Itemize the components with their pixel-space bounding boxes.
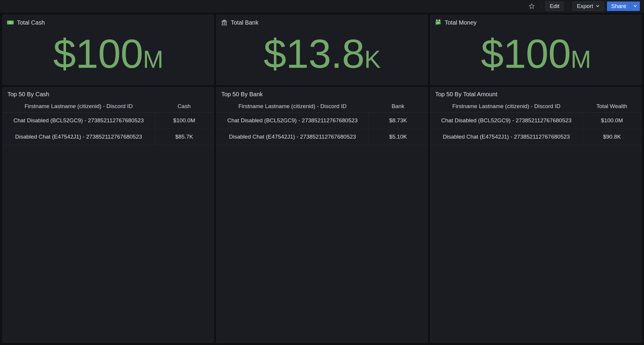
table-row[interactable]: Disabled Chat (E47542J1) - 2738521127676… [217,129,427,145]
amount-cell: $90.8K [582,129,641,145]
stat-value: $100M [53,33,163,74]
stat-value: $13.8K [264,33,381,74]
column-header-player[interactable]: Firstname Lastname (citizenid) - Discord… [217,103,369,110]
column-header-bank[interactable]: Bank [369,103,427,110]
stat-panel-total-bank: Total Bank $13.8K [216,15,428,85]
edit-button[interactable]: Edit [545,1,564,11]
table-header-row: Firstname Lastname (citizenid) - Discord… [430,100,641,113]
stat-panel-total-money: $ Total Money $100M [430,15,642,85]
player-cell: Disabled Chat (E47542J1) - 2738521127676… [3,129,155,145]
share-dropdown-button[interactable] [630,1,640,11]
export-button-label: Export [577,3,593,9]
amount-cell: $8.73K [369,113,427,129]
table-body: Chat Disabled (BCL52GC9) - 2738521127676… [3,113,214,145]
stat-value-suffix: K [364,46,380,73]
amount-cell: $5.10K [369,129,427,145]
table-row[interactable]: Chat Disabled (BCL52GC9) - 2738521127676… [430,113,641,129]
star-icon[interactable] [527,1,537,11]
table-body: Chat Disabled (BCL52GC9) - 2738521127676… [217,113,427,145]
table-panel-top50-bank: Top 50 By Bank Firstname Lastname (citiz… [216,87,428,343]
share-button-group: Share [607,1,640,11]
column-header-cash[interactable]: Cash [155,103,214,110]
table-header-row: Firstname Lastname (citizenid) - Discord… [217,100,427,113]
amount-cell: $85.7K [155,129,214,145]
column-header-total-wealth[interactable]: Total Wealth [582,103,641,110]
chevron-down-icon [633,4,637,8]
chevron-down-icon [596,4,600,8]
table-row[interactable]: Disabled Chat (E47542J1) - 2738521127676… [430,129,641,145]
player-cell: Disabled Chat (E47542J1) - 2738521127676… [217,129,369,145]
player-cell: Chat Disabled (BCL52GC9) - 2738521127676… [430,113,582,129]
stat-value-area: $100M [430,23,641,84]
table-row[interactable]: Disabled Chat (E47542J1) - 2738521127676… [3,129,214,145]
table-body: Chat Disabled (BCL52GC9) - 2738521127676… [430,113,641,145]
export-button[interactable]: Export [572,1,604,11]
dashboard-grid: $ Total Cash $100M Total Bank $13.8K $ T… [0,12,644,345]
panel-title: Top 50 By Total Amount [430,87,641,100]
stat-value-area: $13.8K [217,23,427,84]
toolbar-divider [568,3,568,10]
table-row[interactable]: Chat Disabled (BCL52GC9) - 2738521127676… [3,113,214,129]
stat-panel-total-cash: $ Total Cash $100M [2,15,214,85]
table: Firstname Lastname (citizenid) - Discord… [217,100,427,145]
table-row[interactable]: Chat Disabled (BCL52GC9) - 2738521127676… [217,113,427,129]
stat-value-area: $100M [3,23,214,84]
player-cell: Disabled Chat (E47542J1) - 2738521127676… [430,129,582,145]
table-header-row: Firstname Lastname (citizenid) - Discord… [3,100,214,113]
stat-value: $100M [481,33,591,74]
toolbar-divider [541,3,541,10]
table: Firstname Lastname (citizenid) - Discord… [3,100,214,145]
table-panel-top50-cash: Top 50 By Cash Firstname Lastname (citiz… [2,87,214,343]
player-cell: Chat Disabled (BCL52GC9) - 2738521127676… [3,113,155,129]
stat-value-suffix: M [571,46,591,73]
column-header-player[interactable]: Firstname Lastname (citizenid) - Discord… [430,103,582,110]
panel-title: Top 50 By Cash [3,87,214,100]
dashboard-toolbar: Edit Export Share [0,0,644,12]
share-button[interactable]: Share [607,1,630,11]
amount-cell: $100.0M [582,113,641,129]
column-header-player[interactable]: Firstname Lastname (citizenid) - Discord… [3,103,155,110]
table-panel-top50-total: Top 50 By Total Amount Firstname Lastnam… [430,87,642,343]
player-cell: Chat Disabled (BCL52GC9) - 2738521127676… [217,113,369,129]
stat-value-suffix: M [143,46,163,73]
panel-title: Top 50 By Bank [217,87,427,100]
table: Firstname Lastname (citizenid) - Discord… [430,100,641,145]
amount-cell: $100.0M [155,113,214,129]
